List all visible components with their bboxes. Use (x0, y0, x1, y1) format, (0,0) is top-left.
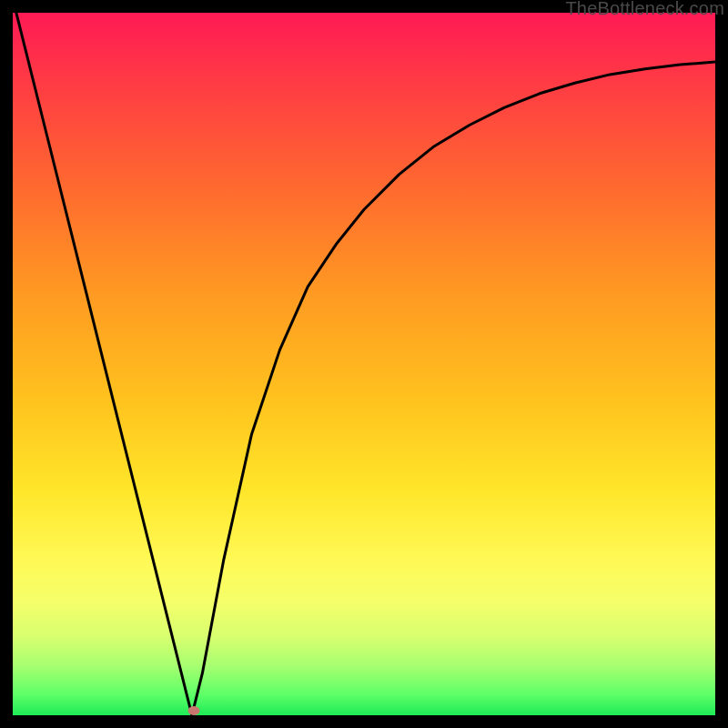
bottleneck-curve (13, 0, 715, 715)
min-point-marker (188, 706, 200, 715)
attribution-text: TheBottleneck.com (565, 0, 724, 18)
plot-frame (13, 13, 715, 715)
curve-svg (13, 13, 715, 715)
attribution: TheBottleneck.com (565, 0, 724, 19)
